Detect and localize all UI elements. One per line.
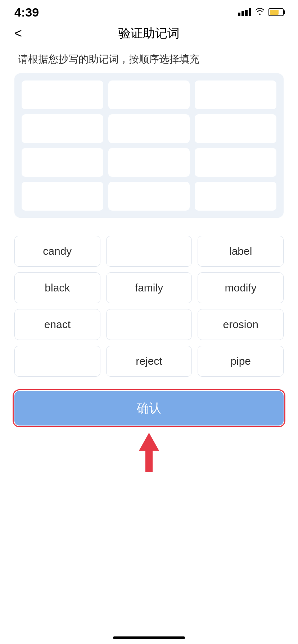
word-button-label[interactable]: label — [198, 236, 284, 267]
mnemonic-cell-3 — [195, 80, 276, 109]
word-button-enact[interactable]: enact — [14, 309, 100, 340]
mnemonic-cell-6 — [195, 114, 276, 143]
word-button-black[interactable]: black — [14, 272, 100, 303]
status-time: 4:39 — [14, 5, 39, 19]
word-button-candy[interactable]: candy — [14, 236, 100, 267]
confirm-button[interactable]: 确认 — [14, 391, 284, 426]
word-grid: candy label black family modify enact er… — [14, 236, 284, 377]
word-options-container: candy label black family modify enact er… — [14, 236, 284, 377]
status-icons — [238, 7, 284, 17]
word-button-empty-1 — [106, 236, 192, 267]
wifi-icon — [255, 7, 265, 17]
back-button[interactable]: < — [14, 26, 22, 41]
word-button-pipe[interactable]: pipe — [198, 346, 284, 377]
mnemonic-cell-1 — [22, 80, 103, 109]
confirm-section: 确认 — [14, 391, 284, 426]
svg-marker-0 — [139, 433, 159, 472]
mnemonic-cell-12 — [195, 182, 276, 211]
subtitle-text: 请根据您抄写的助记词，按顺序选择填充 — [0, 49, 298, 73]
arrow-up-icon — [139, 433, 159, 472]
mnemonic-cell-4 — [22, 114, 103, 143]
mnemonic-grid — [22, 80, 276, 211]
word-button-family[interactable]: family — [106, 272, 192, 303]
signal-icon — [238, 8, 251, 16]
word-button-reject[interactable]: reject — [106, 346, 192, 377]
mnemonic-cell-5 — [108, 114, 190, 143]
status-bar: 4:39 — [0, 0, 298, 22]
mnemonic-grid-container — [14, 73, 284, 218]
mnemonic-cell-2 — [108, 80, 190, 109]
home-indicator — [113, 636, 185, 639]
word-button-empty-2 — [106, 309, 192, 340]
mnemonic-cell-9 — [195, 148, 276, 177]
battery-icon — [268, 8, 284, 16]
mnemonic-cell-7 — [22, 148, 103, 177]
mnemonic-cell-10 — [22, 182, 103, 211]
arrow-indicator — [0, 433, 298, 472]
word-button-modify[interactable]: modify — [198, 272, 284, 303]
nav-header: < 验证助记词 — [0, 22, 298, 49]
word-button-erosion[interactable]: erosion — [198, 309, 284, 340]
mnemonic-cell-11 — [108, 182, 190, 211]
word-button-empty-3 — [14, 346, 100, 377]
page-title: 验证助记词 — [118, 25, 180, 42]
mnemonic-cell-8 — [108, 148, 190, 177]
